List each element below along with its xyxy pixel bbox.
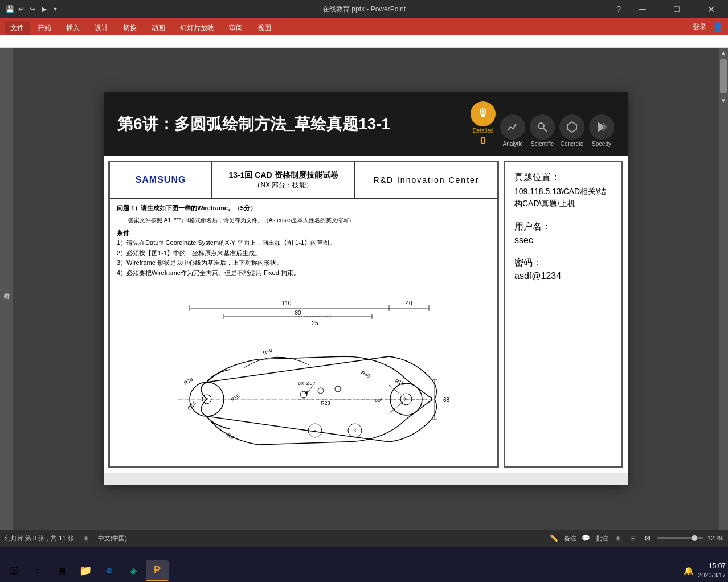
powerpoint-icon: P bbox=[150, 563, 164, 577]
folder-icon: 📁 bbox=[79, 564, 92, 577]
view-reading-icon[interactable]: ⊠ bbox=[643, 533, 653, 543]
tab-home[interactable]: 开始 bbox=[31, 21, 58, 35]
nav-scientific[interactable]: Scientific bbox=[530, 114, 555, 147]
tab-insert[interactable]: 插入 bbox=[59, 21, 87, 35]
zoom-slider[interactable] bbox=[657, 537, 703, 539]
scroll-down-arrow[interactable]: ▼ bbox=[719, 96, 728, 105]
comments-label[interactable]: 批注 bbox=[596, 534, 608, 543]
svg-text:60°: 60° bbox=[375, 397, 383, 403]
speedy-label: Speedy bbox=[592, 141, 611, 147]
save-icon[interactable]: 💾 bbox=[5, 4, 15, 14]
notes-status-icon[interactable]: ✏️ bbox=[549, 533, 559, 543]
username-label: 用户名： bbox=[514, 221, 612, 233]
exam-header: SAMSUNG 13-1回 CAD 资格制度技能试卷 （NX 部分：技能） R&… bbox=[110, 162, 497, 199]
ribbon-tabs: 文件 开始 插入 设计 切换 动画 幻灯片放映 审阅 视图 登录 👤 bbox=[0, 18, 728, 35]
titlebar: 💾 ↩ ↪ ▶ ▼ 在线教育.pptx - PowerPoint ? ─ □ ✕ bbox=[0, 0, 728, 18]
tab-file[interactable]: 文件 bbox=[5, 21, 30, 35]
svg-text:R40: R40 bbox=[360, 370, 371, 379]
svg-text:80: 80 bbox=[295, 310, 301, 316]
concrete-label: Concrete bbox=[561, 141, 584, 147]
analytic-icon[interactable] bbox=[500, 114, 525, 140]
password-label: 密码： bbox=[514, 257, 612, 269]
location-label: 真题位置： bbox=[514, 171, 612, 183]
nav-speedy[interactable]: Speedy bbox=[589, 114, 614, 147]
tab-design[interactable]: 设计 bbox=[88, 21, 115, 35]
tab-view[interactable]: 视图 bbox=[251, 21, 278, 35]
condition-2: 2）必须按【图1-1】中的，坐标原点来基准后生成。 bbox=[117, 248, 490, 259]
start-button[interactable]: ⊞ bbox=[2, 560, 25, 581]
redo-icon[interactable]: ↪ bbox=[27, 4, 38, 14]
account-icon[interactable]: 👤 bbox=[712, 22, 723, 32]
scientific-icon[interactable] bbox=[530, 114, 555, 140]
view-normal-icon[interactable]: ⊞ bbox=[613, 533, 623, 543]
username-section: 用户名： ssec bbox=[514, 221, 612, 245]
login-button[interactable]: 登录 bbox=[688, 20, 711, 34]
slide-main-content: SAMSUNG 13-1回 CAD 资格制度技能试卷 （NX 部分：技能） R&… bbox=[108, 161, 499, 468]
minimize-button[interactable]: ─ bbox=[630, 0, 655, 18]
tab-transition[interactable]: 切换 bbox=[116, 21, 144, 35]
scroll-thumb[interactable] bbox=[720, 59, 727, 93]
browser-button[interactable]: e bbox=[98, 560, 121, 581]
exam-subtitle: （NX 部分：技能） bbox=[253, 181, 313, 190]
svg-point-1 bbox=[482, 110, 484, 113]
notes-label[interactable]: 备注 bbox=[564, 534, 576, 543]
condition-1: 1）请先在Datum Coordinate System的X-Y 平面上，画出如… bbox=[117, 238, 490, 248]
close-button[interactable]: ✕ bbox=[698, 0, 723, 18]
statusbar-right: ✏️ 备注 💬 批注 ⊞ ⊟ ⊠ 123% bbox=[549, 533, 723, 543]
detailed-label: Detailed bbox=[473, 128, 494, 134]
password-section: 密码： asdf@1234 bbox=[514, 257, 612, 281]
left-panel-toggle[interactable]: 幻灯管 bbox=[0, 48, 13, 530]
slide-container: 第6讲：多圆弧绘制方法_草绘真题13-1 bbox=[13, 48, 719, 530]
slide: 第6讲：多圆弧绘制方法_草绘真题13-1 bbox=[104, 92, 628, 485]
tab-animation[interactable]: 动画 bbox=[145, 21, 172, 35]
svg-text:110: 110 bbox=[282, 300, 292, 306]
detailed-icon[interactable] bbox=[471, 101, 496, 126]
help-icon[interactable]: ? bbox=[616, 5, 621, 14]
scientific-label: Scientific bbox=[531, 141, 554, 147]
right-scrollbar[interactable]: ▲ ▼ bbox=[719, 48, 728, 530]
location-section: 真题位置： 109.118.5.13\CAD相关\结构CAD\真题\上机 bbox=[514, 171, 612, 210]
exam-org: R&D Innovation Center bbox=[355, 162, 497, 198]
taskbar: ⊞ ○ ▣ 📁 e ◈ P 🔔 15:07 2020/3/17 bbox=[0, 559, 728, 582]
notification-icon[interactable]: 🔔 bbox=[683, 565, 693, 576]
ppt-button[interactable]: P bbox=[146, 560, 169, 581]
view-grid-icon[interactable]: ⊟ bbox=[628, 533, 638, 543]
detailed-number: 0 bbox=[480, 135, 486, 147]
password-value: asdf@1234 bbox=[514, 271, 612, 281]
username-value: ssec bbox=[514, 235, 612, 245]
taskview-icon: ▣ bbox=[55, 564, 68, 577]
svg-line-5 bbox=[543, 128, 547, 132]
tab-review[interactable]: 审阅 bbox=[222, 21, 250, 35]
speedy-icon[interactable] bbox=[589, 114, 614, 140]
customize-icon[interactable]: ▼ bbox=[50, 4, 60, 14]
scroll-up-arrow[interactable]: ▲ bbox=[719, 48, 728, 57]
concrete-icon[interactable] bbox=[559, 114, 584, 140]
exam-title: 13-1回 CAD 资格制度技能试卷 bbox=[228, 170, 338, 181]
exam-content: 问题 1）请生成如下图一样的Wireframe。（5分） 答案文件按照 A1_*… bbox=[110, 199, 497, 283]
comments-status-icon[interactable]: 💬 bbox=[581, 533, 591, 543]
svg-text:Ø14: Ø14 bbox=[186, 400, 197, 411]
nav-detailed[interactable]: Detailed 0 bbox=[471, 101, 496, 147]
search-button[interactable]: ○ bbox=[26, 560, 49, 581]
nav-analytic[interactable]: Analytic bbox=[500, 114, 525, 147]
explorer-button[interactable]: 📁 bbox=[74, 560, 97, 581]
time-display: 15:07 bbox=[698, 562, 726, 571]
condition-4: 4）必须要把Wireframe作为完全拘束。但是不能使用 Fixed 拘束。 bbox=[117, 268, 490, 278]
titlebar-controls: ? ─ □ ✕ bbox=[616, 0, 723, 18]
browser-icon: e bbox=[103, 564, 116, 577]
svg-text:R50: R50 bbox=[262, 347, 273, 355]
condition-3: 3）Wireframe 形状是以中心线为基准后，上下对称的形状。 bbox=[117, 258, 490, 268]
present-icon[interactable]: ▶ bbox=[39, 4, 49, 14]
taskview-button[interactable]: ▣ bbox=[50, 560, 73, 581]
statusbar: 幻灯片 第 8 张，共 11 张 ⊞ 中文(中国) ✏️ 备注 💬 批注 ⊞ ⊟… bbox=[0, 530, 728, 547]
zoom-thumb[interactable] bbox=[692, 535, 697, 541]
titlebar-left: 💾 ↩ ↪ ▶ ▼ bbox=[5, 4, 60, 14]
maximize-button[interactable]: □ bbox=[664, 0, 689, 18]
tab-slideshow[interactable]: 幻灯片放映 bbox=[173, 21, 221, 35]
analytic-label: Analytic bbox=[502, 141, 522, 147]
svg-text:R4: R4 bbox=[226, 432, 235, 440]
nav-concrete[interactable]: Concrete bbox=[559, 114, 584, 147]
edge-button[interactable]: ◈ bbox=[122, 560, 145, 581]
undo-icon[interactable]: ↩ bbox=[16, 4, 26, 14]
svg-text:25: 25 bbox=[312, 320, 318, 326]
